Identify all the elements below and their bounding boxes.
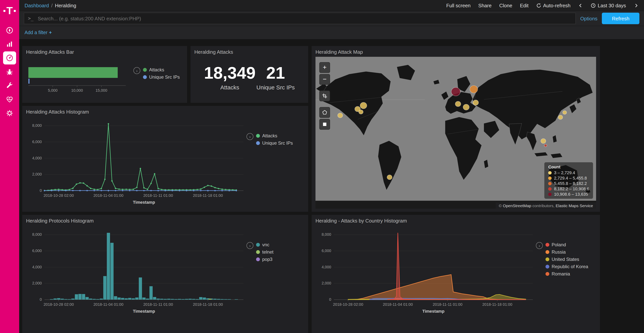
zoom-in-button[interactable]: +	[319, 62, 330, 73]
attack-dot[interactable]	[563, 111, 566, 114]
attack-dot[interactable]	[470, 86, 478, 93]
legend-item[interactable]: Republic of Korea	[546, 264, 588, 269]
legend-toggle-icon[interactable]: ›	[134, 67, 140, 74]
clone-button[interactable]: Clone	[499, 3, 512, 8]
attacks-histogram-chart[interactable]: 02,0004,0006,0008,0002018-10-28 02:00201…	[26, 117, 246, 209]
share-button[interactable]: Share	[478, 3, 492, 8]
draw-polygon-button[interactable]	[319, 107, 330, 118]
svg-text:8,000: 8,000	[32, 232, 42, 236]
svg-text:Timestamp: Timestamp	[133, 309, 155, 314]
zoom-out-button[interactable]: −	[319, 74, 330, 85]
legend-item[interactable]: telnet	[256, 249, 274, 255]
legend-item[interactable]: pop3	[256, 257, 274, 262]
svg-text:2018-11-11 01:00: 2018-11-11 01:00	[143, 193, 173, 198]
sidebar-item-visualize[interactable]	[3, 38, 16, 51]
panel-title: Heralding Attacks Bar	[26, 49, 183, 55]
logo-square-right	[14, 10, 16, 12]
svg-text:2018-11-18 01:00: 2018-11-18 01:00	[482, 302, 512, 306]
attack-dot[interactable]	[338, 113, 343, 118]
attack-dot[interactable]	[455, 101, 461, 107]
clock-icon	[591, 3, 596, 8]
legend-item[interactable]: Attacks	[256, 133, 293, 139]
svg-text:4,000: 4,000	[322, 265, 331, 269]
map-legend-dot	[548, 176, 552, 180]
svg-text:6,000: 6,000	[32, 249, 42, 253]
svg-text:4,000: 4,000	[32, 156, 42, 160]
legend-item[interactable]: Unique Src IPs	[256, 140, 293, 146]
chart-svg[interactable]: 02,0004,0006,0008,0002018-10-28 02:00201…	[26, 117, 246, 205]
legend-label: vnc	[262, 242, 269, 247]
panel-title: Heralding - Attacks by Country Histogram	[316, 218, 596, 224]
legend-item[interactable]: Attacks	[143, 67, 180, 73]
openstreetmap-link[interactable]: OpenStreetMap	[503, 203, 531, 208]
draw-rectangle-button[interactable]	[319, 119, 330, 130]
legend-color-dot	[256, 243, 260, 247]
attack-dot[interactable]	[541, 139, 546, 143]
bar-chart-icon	[6, 40, 14, 48]
sidebar-item-discover[interactable]	[3, 24, 16, 37]
country-histogram-legend: ›PolandRussiaUnited StatesRepublic of Ko…	[536, 226, 588, 331]
attack-dot[interactable]	[360, 102, 367, 109]
panel-title: Heralding Attacks Histogram	[26, 109, 304, 115]
sidebar-item-attack-map[interactable]	[3, 65, 16, 78]
search-input[interactable]	[37, 15, 571, 22]
elastic-maps-service-link[interactable]: Elastic Maps Service	[556, 203, 593, 208]
attack-dot[interactable]	[558, 115, 562, 119]
country-histogram-chart[interactable]: 02,0004,0006,0008,0002018-10-28 02:00201…	[316, 226, 536, 331]
time-back-button[interactable]	[578, 3, 583, 8]
attack-dot[interactable]	[544, 144, 547, 147]
attack-dot[interactable]	[463, 104, 469, 110]
legend-color-dot	[546, 257, 549, 261]
map-legend-entry: 3 – 2,729.4	[548, 170, 590, 175]
time-range-picker[interactable]: Last 30 days	[591, 3, 626, 8]
sidebar-item-monitoring[interactable]	[3, 93, 16, 106]
full-screen-button[interactable]: Full screen	[446, 3, 470, 8]
chart-svg[interactable]: 02,0004,0006,0008,0002018-10-28 02:00201…	[316, 226, 536, 314]
compass-icon	[6, 27, 14, 34]
sidebar-item-management[interactable]	[3, 107, 16, 120]
metric-unique-src-ips: 21 Unique Src IPs	[256, 64, 295, 90]
panel-attack-map: Heralding Attack Map	[312, 46, 600, 212]
svg-text:8,000: 8,000	[32, 123, 42, 128]
panel-title: Heralding Protocols Histogram	[26, 218, 304, 224]
add-filter-link[interactable]: Add a filter+	[24, 30, 52, 35]
attack-dot[interactable]	[473, 100, 478, 105]
map-legend-range: 3 – 2,729.4	[554, 170, 575, 175]
svg-text:15,000: 15,000	[96, 88, 107, 93]
refresh-button[interactable]: Refresh	[602, 13, 640, 24]
protocols-histogram-chart[interactable]: 02,0004,0006,0008,0002018-10-28 02:00201…	[26, 226, 246, 331]
chart-svg[interactable]: 5,00010,00015,000	[26, 63, 134, 94]
sidebar-item-dashboard[interactable]	[3, 51, 16, 65]
time-forward-button[interactable]	[634, 3, 639, 8]
attack-dot[interactable]	[358, 110, 363, 114]
legend-toggle-icon[interactable]: ›	[246, 133, 254, 140]
legend-color-dot	[143, 68, 147, 72]
svg-text:2018-11-11 01:00: 2018-11-11 01:00	[143, 302, 173, 306]
legend-item[interactable]: vnc	[256, 242, 274, 247]
attack-map[interactable]: + − Count 3 – 2,729.42,729.4 – 5,455.85,…	[316, 57, 596, 209]
legend-item[interactable]: Russia	[546, 249, 588, 255]
legend-item[interactable]: Poland	[546, 242, 588, 247]
sidebar-item-dev-tools[interactable]	[3, 79, 16, 92]
legend-item[interactable]: Unique Src IPs	[143, 74, 180, 80]
legend-item[interactable]: United States	[546, 257, 588, 262]
metric-attacks: 18,349 Attacks	[204, 64, 256, 90]
attack-dot[interactable]	[452, 88, 460, 96]
svg-text:2,000: 2,000	[32, 172, 42, 176]
breadcrumb-dashboard[interactable]: Dashboard	[24, 3, 49, 8]
options-link[interactable]: Options	[580, 16, 598, 21]
legend-item[interactable]: Romania	[546, 271, 588, 277]
chevron-right-icon	[634, 3, 639, 8]
query-bar: >_ Options Refresh	[19, 11, 644, 26]
attacks-histogram-legend: ›AttacksUnique Src IPs	[246, 117, 293, 209]
map-legend-dot	[548, 171, 552, 174]
edit-button[interactable]: Edit	[520, 3, 528, 8]
legend-toggle-icon[interactable]: ›	[246, 242, 254, 249]
attack-dot[interactable]	[387, 175, 392, 180]
legend-toggle-icon[interactable]: ›	[536, 242, 543, 249]
chart-svg[interactable]: 02,0004,0006,0008,0002018-10-28 02:00201…	[26, 226, 246, 314]
auto-refresh-button[interactable]: Auto-refresh	[536, 3, 570, 8]
fit-data-bounds-button[interactable]	[319, 91, 330, 101]
rectangle-icon	[322, 122, 327, 127]
top-nav: Dashboard / Heralding Full screen Share …	[19, 0, 644, 11]
